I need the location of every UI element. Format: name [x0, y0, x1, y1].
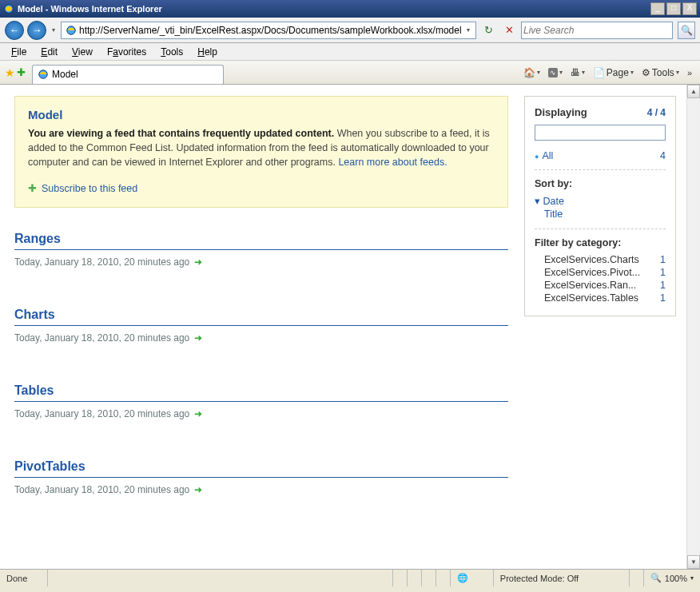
home-icon: 🏠 — [523, 67, 535, 78]
feed-item-timestamp: Today, January 18, 2010, 20 minutes ago — [14, 256, 189, 268]
menu-favorites[interactable]: Favorites — [101, 45, 153, 59]
rss-icon: ∿ — [548, 68, 558, 77]
status-cell — [393, 570, 408, 586]
close-button[interactable]: X — [682, 2, 697, 15]
ie-logo-icon — [3, 3, 14, 14]
feed-description: You are viewing a feed that contains fre… — [28, 126, 495, 169]
refresh-button[interactable]: ↻ — [479, 22, 497, 39]
tab-page-icon — [38, 69, 49, 80]
category-name: ExcelServices.Ran... — [544, 280, 636, 291]
all-label: All — [542, 150, 553, 161]
menu-help[interactable]: Help — [191, 45, 224, 59]
feeds-button[interactable]: ∿▾ — [545, 66, 566, 79]
page-icon-small: 📄 — [593, 67, 605, 78]
subscribe-icon: ✚ — [28, 182, 37, 194]
address-bar[interactable]: ▾ — [61, 22, 476, 39]
status-cell — [630, 570, 644, 586]
browser-tab[interactable]: Model — [32, 65, 224, 84]
zoom-value: 100% — [665, 574, 687, 583]
sort-date[interactable]: Date — [544, 194, 666, 208]
search-box[interactable] — [521, 22, 673, 39]
title-bar: Model - Windows Internet Explorer _ □ X — [0, 0, 700, 18]
status-security-cell: 🌐 — [451, 570, 494, 586]
toolbar-chevron[interactable]: » — [684, 66, 695, 79]
search-input[interactable] — [523, 23, 670, 38]
category-count: 1 — [660, 254, 666, 265]
print-icon: 🖶 — [571, 67, 580, 78]
sort-by-label: Sort by: — [535, 178, 666, 189]
url-input[interactable] — [79, 23, 463, 38]
page-menu-button[interactable]: 📄Page▾ — [590, 66, 637, 80]
goto-arrow-icon[interactable]: ➜ — [194, 256, 202, 268]
zoom-icon: 🔍 — [650, 573, 662, 583]
tools-menu-button[interactable]: ⚙Tools▾ — [638, 66, 682, 80]
feed-title: Model — [28, 108, 495, 121]
feed-item: Tables Today, January 18, 2010, 20 minut… — [14, 383, 508, 419]
status-protected-mode: Protected Mode: Off — [494, 570, 630, 586]
filter-input[interactable] — [535, 125, 666, 141]
tab-title: Model — [52, 69, 78, 80]
category-row[interactable]: ExcelServices.Tables1 — [535, 292, 666, 304]
minimize-button[interactable]: _ — [650, 2, 665, 15]
vertical-scrollbar[interactable]: ▲ ▼ — [686, 85, 700, 569]
filter-category-label: Filter by category: — [535, 237, 666, 248]
feed-item: PivotTables Today, January 18, 2010, 20 … — [14, 459, 508, 495]
url-dropdown-icon[interactable]: ▾ — [463, 26, 474, 34]
feed-item-title-link[interactable]: Charts — [14, 308, 55, 321]
feed-description-bold: You are viewing a feed that contains fre… — [28, 128, 334, 139]
category-row[interactable]: ExcelServices.Charts1 — [535, 253, 666, 266]
subscribe-link[interactable]: Subscribe to this feed — [42, 183, 137, 194]
scroll-up-button[interactable]: ▲ — [687, 85, 700, 98]
status-cell — [436, 570, 451, 586]
goto-arrow-icon[interactable]: ➜ — [194, 332, 202, 344]
feed-item-title-link[interactable]: PivotTables — [14, 459, 86, 473]
category-name: ExcelServices.Tables — [544, 292, 638, 304]
category-row[interactable]: ExcelServices.Pivot...1 — [535, 266, 666, 279]
goto-arrow-icon[interactable]: ➜ — [194, 408, 202, 419]
nav-toolbar: ← → ▾ ▾ ↻ ✕ 🔍 — [0, 18, 700, 43]
back-button[interactable]: ← — [5, 21, 24, 40]
menu-file[interactable]: File — [5, 45, 33, 59]
status-cell — [422, 570, 436, 586]
zoom-control[interactable]: 🔍100%▾ — [644, 573, 700, 583]
page-icon — [66, 25, 77, 36]
menu-tools[interactable]: Tools — [154, 45, 189, 59]
category-name: ExcelServices.Charts — [544, 254, 639, 265]
sort-title[interactable]: Title — [544, 208, 666, 221]
learn-more-link[interactable]: Learn more about feeds. — [338, 157, 447, 168]
home-button[interactable]: 🏠▾ — [520, 66, 543, 80]
category-count: 1 — [660, 280, 666, 291]
zoom-dropdown-icon[interactable]: ▾ — [690, 574, 694, 582]
category-list: ExcelServices.Charts1 ExcelServices.Pivo… — [535, 253, 666, 304]
menu-view[interactable]: View — [66, 45, 99, 59]
scroll-down-button[interactable]: ▼ — [687, 555, 700, 569]
feed-item-title-link[interactable]: Tables — [14, 383, 54, 397]
feed-item-title-link[interactable]: Ranges — [14, 232, 61, 245]
status-done: Done — [0, 570, 48, 586]
favorites-star-icon[interactable]: ★ — [5, 66, 15, 79]
feed-item-timestamp: Today, January 18, 2010, 20 minutes ago — [14, 484, 189, 495]
filter-all-row[interactable]: ●All 4 — [535, 149, 666, 170]
category-row[interactable]: ExcelServices.Ran...1 — [535, 279, 666, 292]
feed-item-timestamp: Today, January 18, 2010, 20 minutes ago — [14, 408, 189, 419]
stop-button[interactable]: ✕ — [500, 22, 518, 39]
feed-sidebar: Displaying 4 / 4 ●All 4 Sort by: Date Ti… — [524, 96, 676, 316]
gear-icon: ⚙ — [642, 67, 650, 78]
feed-item: Ranges Today, January 18, 2010, 20 minut… — [14, 232, 508, 268]
feed-item: Charts Today, January 18, 2010, 20 minut… — [14, 308, 508, 344]
search-go-button[interactable]: 🔍 — [678, 22, 695, 39]
tools-label: Tools — [652, 67, 674, 78]
content-area: Model You are viewing a feed that contai… — [0, 85, 700, 569]
page-label: Page — [607, 67, 629, 78]
menu-edit[interactable]: Edit — [34, 45, 64, 59]
print-button[interactable]: 🖶▾ — [567, 66, 588, 80]
forward-button[interactable]: → — [27, 21, 46, 40]
feed-item-timestamp: Today, January 18, 2010, 20 minutes ago — [14, 332, 189, 344]
nav-history-dropdown[interactable]: ▾ — [50, 23, 58, 38]
add-favorite-icon[interactable]: ✚ — [17, 66, 26, 78]
all-count: 4 — [660, 150, 666, 161]
status-bar: Done 🌐 Protected Mode: Off 🔍100%▾ — [0, 569, 700, 586]
maximize-button[interactable]: □ — [666, 2, 681, 15]
window-title: Model - Windows Internet Explorer — [18, 4, 650, 14]
goto-arrow-icon[interactable]: ➜ — [194, 484, 202, 495]
